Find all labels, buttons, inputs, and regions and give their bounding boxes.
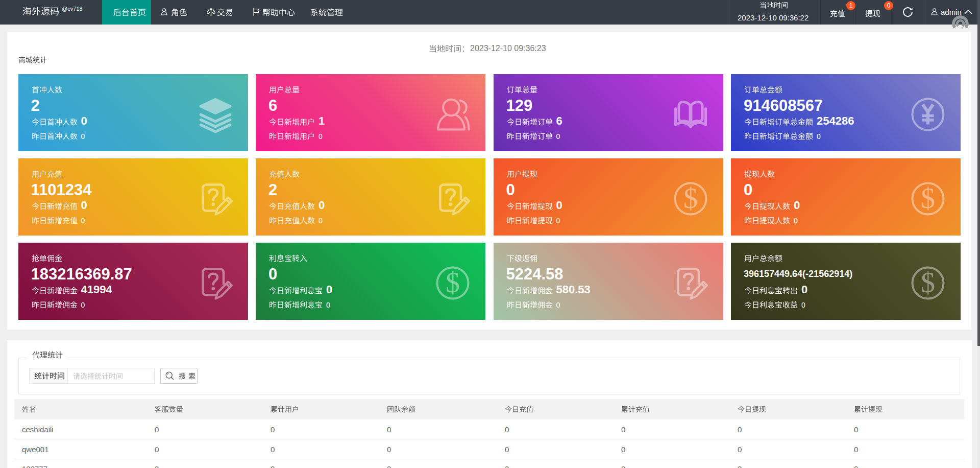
svg-text:$: $ [683, 182, 698, 214]
svg-text:$: $ [921, 182, 935, 214]
svg-text:$: $ [921, 267, 935, 298]
svg-text:$: $ [446, 267, 460, 298]
